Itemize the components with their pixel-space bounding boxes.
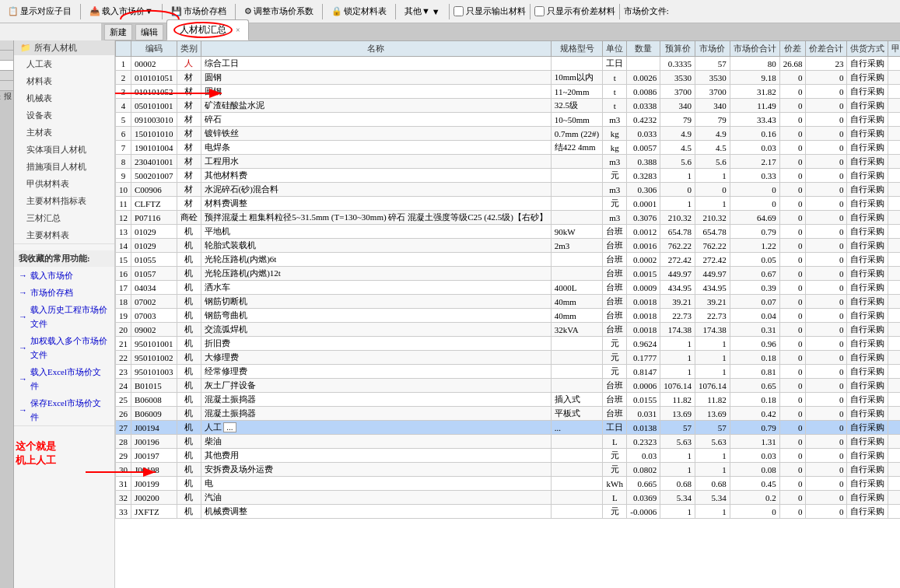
quick-load-market[interactable]: → 载入市场价 [14, 267, 114, 284]
sidebar-item-rengong[interactable]: 人工表 [14, 55, 114, 72]
cell-budget: 1 [660, 337, 695, 351]
sidebar-item-sancai[interactable]: 三材汇总 [14, 209, 114, 226]
table-row[interactable]: 3 010101052 材 圆钢 11~20mm t 0.0086 3700 3… [116, 85, 901, 99]
cell-code: J00196 [131, 435, 177, 449]
cell-jg [888, 197, 900, 211]
table-row[interactable]: 20 09002 机 交流弧焊机 32kVA 台班 0.0018 174.38 … [116, 323, 901, 337]
table-row[interactable]: 4 050101001 材 矿渣硅酸盐水泥 32.5级 t 0.0338 340… [116, 99, 901, 113]
table-row[interactable]: 27 J00194 机 人工 ... ... 工日 0.0138 57 57 0… [116, 421, 901, 435]
cell-market-total: 0.79 [730, 225, 779, 239]
market-price-archive-btn[interactable]: 💾 市场价存档 [166, 3, 231, 19]
quick-excel-save[interactable]: → 保存Excel市场价文件 [14, 394, 114, 425]
cell-name: 工程用水 [201, 155, 551, 169]
table-row[interactable]: 19 07003 机 钢筋弯曲机 40mm 台班 0.0018 22.73 22… [116, 309, 901, 323]
table-row[interactable]: 21 950101001 机 折旧费 元 0.9624 1 1 0.96 0 0… [116, 337, 901, 351]
sidebar-item-cailiao[interactable]: 材料表 [14, 72, 114, 89]
sidebar-item-shiti[interactable]: 实体项目人材机 [14, 141, 114, 158]
cell-supply: 自行采购 [847, 169, 888, 183]
table-row[interactable]: 32 J00200 机 汽油 L 0.0369 5.34 5.34 0.2 0 … [116, 491, 901, 505]
vtab-ysuanshu[interactable]: 预算书 [0, 51, 13, 61]
table-row[interactable]: 6 150101010 材 镀锌铁丝 0.7mm (22#) kg 0.033 … [116, 127, 901, 141]
table-row[interactable]: 30 J00198 机 安拆费及场外运费 元 0.0802 1 1 0.08 0… [116, 463, 901, 477]
sidebar-item-shebei[interactable]: 设备表 [14, 107, 114, 124]
display-items-btn[interactable]: 📋 显示对应子目 [3, 3, 76, 19]
cell-supply: 自行采购 [847, 365, 888, 379]
quick-excel-load[interactable]: → 载入Excel市场价文件 [14, 363, 114, 394]
table-row[interactable]: 14 01029 机 轮胎式装载机 2m3 台班 0.0016 762.22 7… [116, 239, 901, 253]
sidebar-item-zhuyao-index[interactable]: 主要材料指标表 [14, 192, 114, 209]
table-row[interactable]: 12 P07116 商砼 预拌混凝土 粗集料粒径5~31.5mm (T=130~… [116, 211, 901, 225]
cell-diff-total: 0 [806, 239, 847, 253]
table-row[interactable]: 11 CLFTZ 材 材料费调整 元 0.0001 1 1 0 0 0 自行采购 [116, 197, 901, 211]
vtab-gckuang[interactable]: 工程概况 [0, 40, 13, 51]
sidebar-item-cuoshi[interactable]: 措施项目人材机 [14, 158, 114, 175]
materials-header[interactable]: 📁 所有人材机 [14, 40, 114, 55]
sidebar-item-jiagong[interactable]: 甲供材料表 [14, 175, 114, 192]
vtab-fyhz[interactable]: 费用汇总 [0, 71, 13, 81]
cell-diff-total: 0 [806, 505, 847, 519]
cell-budget: 22.73 [660, 309, 695, 323]
cell-diff: 0 [779, 155, 806, 169]
table-row[interactable]: 8 230401001 材 工程用水 m3 0.388 5.6 5.6 2.17… [116, 155, 901, 169]
table-row[interactable]: 23 950101003 机 经常修理费 元 0.8147 1 1 0.81 0… [116, 365, 901, 379]
table-row[interactable]: 24 B01015 机 灰土厂拌设备 台班 0.0006 1076.14 107… [116, 379, 901, 393]
lock-table-btn[interactable]: 🔒 锁定材料表 [327, 3, 391, 19]
cell-unit: t [603, 85, 627, 99]
table-row[interactable]: 25 B06008 机 混凝土振捣器 插入式 台班 0.0155 11.82 1… [116, 393, 901, 407]
cell-num: 23 [116, 365, 131, 379]
cell-diff: 0 [779, 421, 806, 435]
show-output-materials-checkbox[interactable]: 只显示输出材料 [454, 5, 526, 17]
show-diff-materials-checkbox[interactable]: 只显示有价差材料 [534, 5, 615, 17]
cell-code: J00200 [131, 491, 177, 505]
table-row[interactable]: 22 950101002 机 大修理费 元 0.1777 1 1 0.18 0 … [116, 351, 901, 365]
vtab-rmjhz[interactable]: 人材机汇总 [0, 61, 13, 71]
cell-diff: 0 [779, 127, 806, 141]
quick-weighted-market[interactable]: → 加权载入多个市场价文件 [14, 332, 114, 363]
cell-name: 矿渣硅酸盐水泥 [201, 99, 551, 113]
table-row[interactable]: 33 JXFTZ 机 机械费调整 元 -0.0006 1 1 0 0 0 自行采… [116, 505, 901, 519]
sidebar-item-zhucai[interactable]: 主材表 [14, 124, 114, 141]
cell-code: CLFTZ [131, 197, 177, 211]
table-row[interactable]: 5 091003010 材 碎石 10~50mm m3 0.4232 79 79… [116, 113, 901, 127]
load-market-price-btn[interactable]: 📥 载入市场价▼ [85, 3, 158, 19]
cell-code: 01029 [131, 239, 177, 253]
table-row[interactable]: 29 J00197 机 其他费用 元 0.03 1 1 0.03 0 0 自行采… [116, 449, 901, 463]
cell-diff-total: 0 [806, 197, 847, 211]
table-row[interactable]: 16 01057 机 光轮压路机(内燃)12t 台班 0.0015 449.97… [116, 267, 901, 281]
table-row[interactable]: 10 C00906 材 水泥碎石(砂)混合料 m3 0.306 0 0 0 0 … [116, 183, 901, 197]
sidebar-item-zhuyao-table[interactable]: 主要材料表 [14, 226, 114, 243]
adjust-coeff-btn[interactable]: ⚙ 调整市场价系数 [240, 3, 318, 19]
cell-market: 1 [695, 463, 730, 477]
vtab-baobiao[interactable]: 报表 [0, 81, 13, 91]
cell-diff-total: 0 [806, 421, 847, 435]
cell-unit: 台班 [603, 239, 627, 253]
cell-budget: 762.22 [660, 239, 695, 253]
table-row[interactable]: 17 04034 机 洒水车 4000L 台班 0.0009 434.95 43… [116, 281, 901, 295]
table-row[interactable]: 1 00002 人 综合工日 工日 0.3335 57 80 26.68 23 … [116, 57, 901, 71]
quick-market-archive[interactable]: → 市场价存档 [14, 284, 114, 301]
table-row[interactable]: 2 010101051 材 圆钢 10mm以内 t 0.0026 3530 35… [116, 71, 901, 85]
quick-history-market[interactable]: → 载入历史工程市场价文件 [14, 301, 114, 332]
table-row[interactable]: 26 B06009 机 混凝土振捣器 平板式 台班 0.031 13.69 13… [116, 407, 901, 421]
tab-close-btn[interactable]: × [236, 26, 240, 34]
cell-spec: 10~50mm [551, 113, 602, 127]
tab-rmjhz[interactable]: 人材机汇总 × [166, 19, 249, 40]
table-row[interactable]: 31 J00199 机 电 kWh 0.665 0.68 0.68 0.45 0… [116, 477, 901, 491]
new-button[interactable]: 新建 [104, 24, 132, 40]
cell-budget: 1 [660, 449, 695, 463]
cell-market: 174.38 [695, 323, 730, 337]
table-row[interactable]: 28 J00196 机 柴油 L 0.2323 5.63 5.63 1.31 0… [116, 435, 901, 449]
table-row[interactable]: 18 07002 机 钢筋切断机 40mm 台班 0.0018 39.21 39… [116, 295, 901, 309]
table-row[interactable]: 9 500201007 材 其他材料费 元 0.3283 1 1 0.33 0 … [116, 169, 901, 183]
cell-type: 材 [177, 99, 201, 113]
cell-qty: 0.03 [627, 449, 660, 463]
table-row[interactable]: 7 190101004 材 电焊条 结422 4mm kg 0.0057 4.5… [116, 141, 901, 155]
table-row[interactable]: 15 01055 机 光轮压路机(内燃)6t 台班 0.0002 272.42 … [116, 253, 901, 267]
sidebar-item-jixie[interactable]: 机械表 [14, 89, 114, 107]
cell-jg [888, 281, 900, 295]
table-row[interactable]: 13 01029 机 平地机 90kW 台班 0.0012 654.78 654… [116, 225, 901, 239]
edit-button[interactable]: 编辑 [135, 24, 163, 40]
others-btn[interactable]: 其他▼ ▼ [400, 3, 445, 19]
cell-num: 24 [116, 379, 131, 393]
cell-diff-total: 0 [806, 183, 847, 197]
